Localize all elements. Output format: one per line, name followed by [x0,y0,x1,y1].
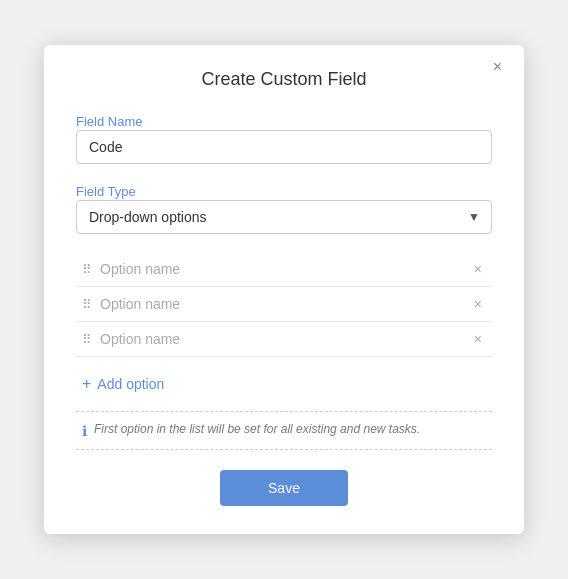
option-name-placeholder: Option name [100,331,462,347]
close-button[interactable]: × [487,57,508,77]
modal-overlay: × Create Custom Field Field Name Field T… [0,0,568,579]
plus-icon: + [82,375,91,393]
modal-title: Create Custom Field [76,69,492,90]
field-name-label: Field Name [76,114,142,129]
save-button[interactable]: Save [220,470,348,506]
add-option-label: Add option [97,376,164,392]
option-row: ⠿ Option name × [76,252,492,287]
option-name-placeholder: Option name [100,296,462,312]
add-option-button[interactable]: + Add option [76,367,170,401]
info-icon: ℹ [82,423,87,439]
info-row: ℹ First option in the list will be set f… [76,411,492,450]
modal-dialog: × Create Custom Field Field Name Field T… [44,45,524,534]
field-type-label: Field Type [76,184,136,199]
option-remove-button[interactable]: × [470,297,486,311]
drag-handle-icon[interactable]: ⠿ [82,297,92,312]
option-remove-button[interactable]: × [470,262,486,276]
field-type-wrapper: Drop-down options Text Number Date Check… [76,200,492,234]
option-row: ⠿ Option name × [76,322,492,357]
info-text: First option in the list will be set for… [94,422,420,436]
field-type-select[interactable]: Drop-down options Text Number Date Check… [76,200,492,234]
drag-handle-icon[interactable]: ⠿ [82,332,92,347]
option-remove-button[interactable]: × [470,332,486,346]
options-list: ⠿ Option name × ⠿ Option name × ⠿ Option… [76,252,492,357]
modal-footer: Save [76,470,492,506]
drag-handle-icon[interactable]: ⠿ [82,262,92,277]
option-row: ⠿ Option name × [76,287,492,322]
field-name-input[interactable] [76,130,492,164]
option-name-placeholder: Option name [100,261,462,277]
